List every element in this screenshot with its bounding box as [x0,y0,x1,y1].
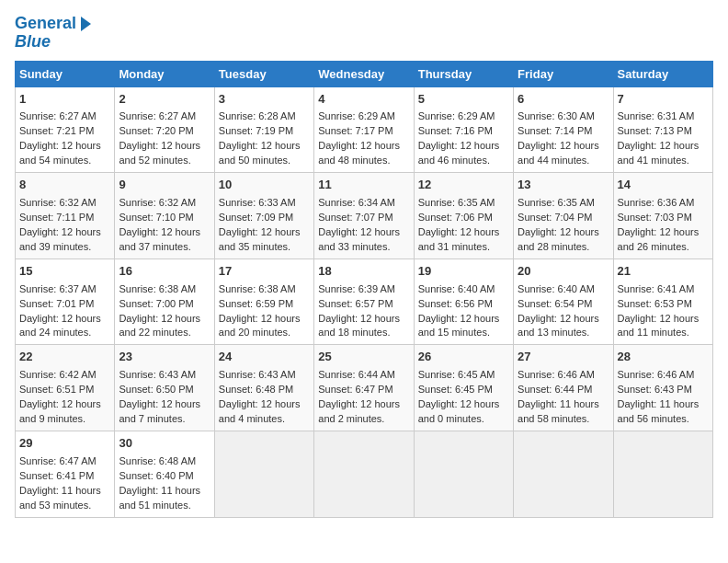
day-number: 2 [119,91,210,109]
day-info: Sunrise: 6:41 AMSunset: 6:53 PMDaylight:… [618,283,700,339]
day-number: 5 [418,91,509,109]
day-number: 7 [618,91,709,109]
logo-text: General [15,15,76,33]
calendar-day-cell [214,431,313,517]
calendar-day-cell: 6Sunrise: 6:30 AMSunset: 7:14 PMDaylight… [514,86,613,173]
page-header: General Blue [15,15,713,52]
calendar-day-cell: 22Sunrise: 6:42 AMSunset: 6:51 PMDayligh… [16,345,115,431]
day-info: Sunrise: 6:30 AMSunset: 7:14 PMDaylight:… [518,110,599,166]
day-info: Sunrise: 6:40 AMSunset: 6:56 PMDaylight:… [418,283,500,339]
calendar-day-cell: 15Sunrise: 6:37 AMSunset: 7:01 PMDayligh… [16,259,115,345]
day-number: 29 [19,435,110,453]
day-info: Sunrise: 6:37 AMSunset: 7:01 PMDaylight:… [19,283,101,339]
calendar-day-cell [514,431,613,517]
day-number: 20 [518,263,609,281]
day-number: 25 [318,349,409,366]
calendar-day-cell: 9Sunrise: 6:32 AMSunset: 7:10 PMDaylight… [115,173,214,259]
day-of-week-header: Tuesday [214,61,313,86]
day-info: Sunrise: 6:39 AMSunset: 6:57 PMDaylight:… [318,283,400,339]
day-info: Sunrise: 6:42 AMSunset: 6:51 PMDaylight:… [19,369,101,424]
day-info: Sunrise: 6:36 AMSunset: 7:03 PMDaylight:… [618,197,700,252]
logo: General Blue [15,15,91,52]
calendar-day-cell: 26Sunrise: 6:45 AMSunset: 6:45 PMDayligh… [414,345,513,431]
logo-text2: Blue [15,33,91,52]
calendar-day-cell: 19Sunrise: 6:40 AMSunset: 6:56 PMDayligh… [414,259,513,345]
calendar-day-cell: 20Sunrise: 6:40 AMSunset: 6:54 PMDayligh… [514,259,613,345]
day-info: Sunrise: 6:43 AMSunset: 6:48 PMDaylight:… [219,369,301,424]
calendar-day-cell: 7Sunrise: 6:31 AMSunset: 7:13 PMDaylight… [613,86,712,173]
day-info: Sunrise: 6:45 AMSunset: 6:45 PMDaylight:… [418,369,500,424]
day-of-week-header: Saturday [613,61,712,86]
calendar-day-cell: 23Sunrise: 6:43 AMSunset: 6:50 PMDayligh… [115,345,214,431]
day-info: Sunrise: 6:32 AMSunset: 7:10 PMDaylight:… [119,197,200,252]
day-number: 8 [19,177,110,194]
day-number: 27 [518,349,609,366]
day-info: Sunrise: 6:27 AMSunset: 7:21 PMDaylight:… [19,110,101,166]
calendar-day-cell: 29Sunrise: 6:47 AMSunset: 6:41 PMDayligh… [16,431,115,517]
day-number: 21 [618,263,709,281]
calendar-day-cell: 12Sunrise: 6:35 AMSunset: 7:06 PMDayligh… [414,173,513,259]
day-of-week-header: Friday [514,61,613,86]
calendar-day-cell: 27Sunrise: 6:46 AMSunset: 6:44 PMDayligh… [514,345,613,431]
day-number: 1 [19,91,110,109]
day-number: 30 [119,435,210,453]
day-info: Sunrise: 6:46 AMSunset: 6:43 PMDaylight:… [618,369,700,424]
day-info: Sunrise: 6:27 AMSunset: 7:20 PMDaylight:… [119,110,200,166]
day-info: Sunrise: 6:33 AMSunset: 7:09 PMDaylight:… [219,197,301,252]
day-number: 18 [318,263,409,281]
day-info: Sunrise: 6:28 AMSunset: 7:19 PMDaylight:… [219,110,301,166]
day-info: Sunrise: 6:38 AMSunset: 7:00 PMDaylight:… [119,283,200,339]
day-info: Sunrise: 6:44 AMSunset: 6:47 PMDaylight:… [318,369,400,424]
day-number: 11 [318,177,409,194]
day-number: 19 [418,263,509,281]
day-number: 15 [19,263,110,281]
day-info: Sunrise: 6:35 AMSunset: 7:06 PMDaylight:… [418,197,500,252]
calendar-day-cell: 13Sunrise: 6:35 AMSunset: 7:04 PMDayligh… [514,173,613,259]
day-of-week-header: Wednesday [314,61,414,86]
day-info: Sunrise: 6:34 AMSunset: 7:07 PMDaylight:… [318,197,400,252]
day-number: 3 [219,91,310,109]
day-of-week-header: Sunday [16,61,115,86]
calendar-week-row: 22Sunrise: 6:42 AMSunset: 6:51 PMDayligh… [16,345,713,431]
calendar-day-cell [613,431,712,517]
calendar-week-row: 29Sunrise: 6:47 AMSunset: 6:41 PMDayligh… [16,431,713,517]
day-number: 9 [119,177,210,194]
day-info: Sunrise: 6:48 AMSunset: 6:40 PMDaylight:… [119,455,200,511]
calendar-day-cell: 2Sunrise: 6:27 AMSunset: 7:20 PMDaylight… [115,86,214,173]
day-number: 26 [418,349,509,366]
calendar-table: SundayMondayTuesdayWednesdayThursdayFrid… [15,61,713,518]
day-info: Sunrise: 6:47 AMSunset: 6:41 PMDaylight:… [19,455,101,511]
day-info: Sunrise: 6:32 AMSunset: 7:11 PMDaylight:… [19,197,101,252]
calendar-day-cell: 10Sunrise: 6:33 AMSunset: 7:09 PMDayligh… [214,173,313,259]
day-number: 12 [418,177,509,194]
day-number: 6 [518,91,609,109]
calendar-day-cell: 17Sunrise: 6:38 AMSunset: 6:59 PMDayligh… [214,259,313,345]
day-info: Sunrise: 6:29 AMSunset: 7:16 PMDaylight:… [418,110,500,166]
day-number: 17 [219,263,310,281]
calendar-day-cell: 18Sunrise: 6:39 AMSunset: 6:57 PMDayligh… [314,259,414,345]
calendar-day-cell [414,431,513,517]
calendar-day-cell: 21Sunrise: 6:41 AMSunset: 6:53 PMDayligh… [613,259,712,345]
day-number: 28 [618,349,709,366]
calendar-week-row: 8Sunrise: 6:32 AMSunset: 7:11 PMDaylight… [16,173,713,259]
day-number: 13 [518,177,609,194]
day-number: 14 [618,177,709,194]
calendar-day-cell: 11Sunrise: 6:34 AMSunset: 7:07 PMDayligh… [314,173,414,259]
day-info: Sunrise: 6:38 AMSunset: 6:59 PMDaylight:… [219,283,301,339]
calendar-day-cell: 8Sunrise: 6:32 AMSunset: 7:11 PMDaylight… [16,173,115,259]
day-number: 24 [219,349,310,366]
calendar-day-cell: 30Sunrise: 6:48 AMSunset: 6:40 PMDayligh… [115,431,214,517]
calendar-day-cell: 1Sunrise: 6:27 AMSunset: 7:21 PMDaylight… [16,86,115,173]
calendar-week-row: 15Sunrise: 6:37 AMSunset: 7:01 PMDayligh… [16,259,713,345]
calendar-day-cell: 5Sunrise: 6:29 AMSunset: 7:16 PMDaylight… [414,86,513,173]
day-number: 23 [119,349,210,366]
day-info: Sunrise: 6:46 AMSunset: 6:44 PMDaylight:… [518,369,599,424]
calendar-header-row: SundayMondayTuesdayWednesdayThursdayFrid… [16,61,713,86]
calendar-day-cell: 24Sunrise: 6:43 AMSunset: 6:48 PMDayligh… [214,345,313,431]
day-info: Sunrise: 6:35 AMSunset: 7:04 PMDaylight:… [518,197,599,252]
day-info: Sunrise: 6:29 AMSunset: 7:17 PMDaylight:… [318,110,400,166]
calendar-day-cell [314,431,414,517]
day-of-week-header: Monday [115,61,214,86]
day-number: 4 [318,91,409,109]
day-info: Sunrise: 6:31 AMSunset: 7:13 PMDaylight:… [618,110,700,166]
